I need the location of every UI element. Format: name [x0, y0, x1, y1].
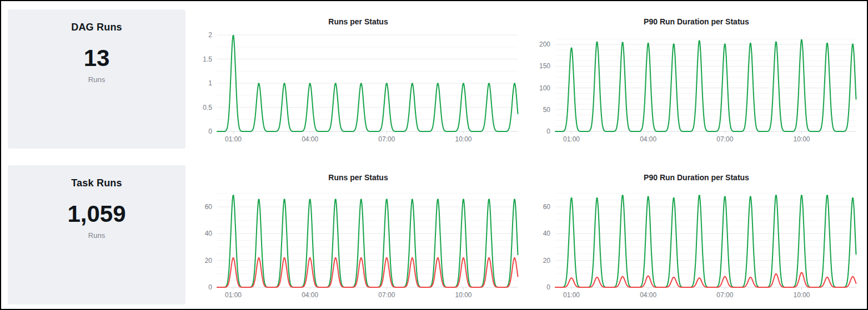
svg-text:0.5: 0.5	[203, 104, 212, 111]
chart-canvas[interactable]: 020406001:0004:0007:0010:00	[193, 184, 524, 304]
svg-text:0: 0	[546, 283, 550, 291]
chart-canvas[interactable]: 00.511.5201:0004:0007:0010:00	[193, 28, 524, 148]
dag-runs-card: DAG Runs 13 Runs	[8, 9, 185, 149]
svg-text:07:00: 07:00	[378, 135, 395, 143]
svg-text:07:00: 07:00	[716, 135, 733, 143]
task-runs-card-value: 1,059	[8, 202, 185, 226]
svg-text:150: 150	[539, 62, 550, 70]
svg-text:20: 20	[543, 257, 551, 265]
svg-text:0: 0	[208, 128, 212, 135]
task-runs-card-unit: Runs	[8, 231, 185, 240]
dashboard-grid: DAG Runs 13 Runs Runs per Status 00.511.…	[8, 9, 862, 304]
svg-text:10:00: 10:00	[793, 135, 810, 143]
task-runs-card-title: Task Runs	[8, 177, 185, 189]
svg-text:04:00: 04:00	[302, 291, 318, 299]
task-runs-per-status-chart: Runs per Status 020406001:0004:0007:0010…	[193, 165, 524, 304]
svg-text:0: 0	[208, 283, 212, 291]
svg-text:40: 40	[205, 230, 213, 237]
dag-runs-per-status-chart: Runs per Status 00.511.5201:0004:0007:00…	[193, 9, 524, 149]
dag-p90-duration-chart: P90 Run Duration per Status 050100150200…	[531, 9, 862, 149]
chart-title: P90 Run Duration per Status	[531, 173, 862, 182]
svg-text:100: 100	[539, 84, 550, 92]
chart-canvas[interactable]: 020406001:0004:0007:0010:00	[531, 184, 862, 304]
svg-text:01:00: 01:00	[225, 135, 242, 143]
task-p90-duration-chart: P90 Run Duration per Status 020406001:00…	[531, 165, 862, 304]
dag-runs-card-title: DAG Runs	[8, 22, 185, 33]
dashboard-page: DAG Runs 13 Runs Runs per Status 00.511.…	[0, 0, 868, 310]
svg-text:50: 50	[543, 106, 551, 114]
svg-text:10:00: 10:00	[793, 291, 810, 299]
svg-text:04:00: 04:00	[640, 135, 656, 143]
svg-text:07:00: 07:00	[378, 291, 395, 299]
svg-text:01:00: 01:00	[563, 291, 580, 299]
task-runs-card: Task Runs 1,059 Runs	[8, 165, 185, 304]
chart-title: Runs per Status	[193, 17, 524, 26]
svg-text:1.5: 1.5	[203, 55, 212, 63]
chart-title: Runs per Status	[193, 173, 524, 182]
svg-text:04:00: 04:00	[640, 291, 656, 299]
svg-text:1: 1	[208, 79, 212, 87]
chart-title: P90 Run Duration per Status	[531, 17, 862, 26]
svg-text:10:00: 10:00	[455, 135, 471, 143]
dag-runs-card-unit: Runs	[8, 75, 185, 84]
svg-text:20: 20	[205, 257, 213, 265]
svg-text:01:00: 01:00	[563, 135, 580, 143]
svg-text:60: 60	[205, 203, 213, 211]
svg-text:07:00: 07:00	[716, 291, 733, 299]
chart-canvas[interactable]: 05010015020001:0004:0007:0010:00	[531, 28, 862, 148]
svg-text:200: 200	[539, 40, 550, 48]
dag-runs-card-value: 13	[8, 47, 185, 70]
svg-text:10:00: 10:00	[455, 291, 471, 299]
svg-text:40: 40	[543, 230, 551, 237]
svg-text:01:00: 01:00	[225, 291, 242, 299]
svg-text:0: 0	[546, 128, 550, 135]
svg-text:60: 60	[543, 203, 551, 211]
svg-text:2: 2	[208, 31, 212, 39]
svg-text:04:00: 04:00	[302, 135, 318, 143]
